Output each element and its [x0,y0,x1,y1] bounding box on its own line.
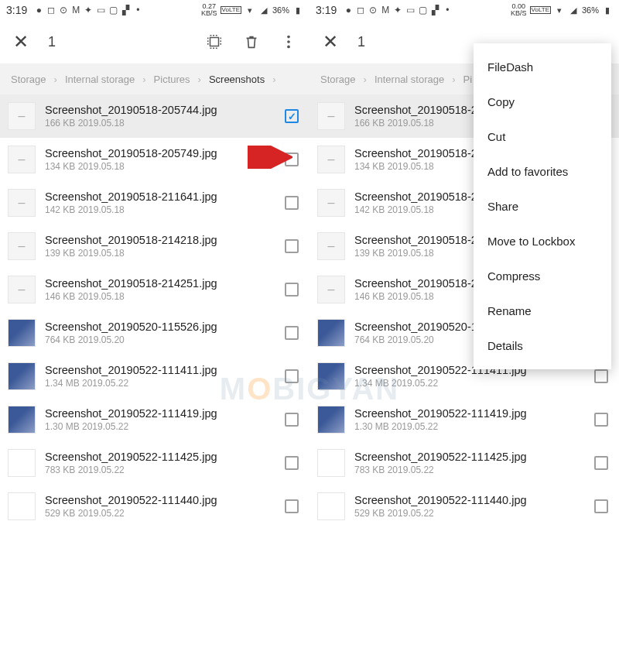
menu-item-copy[interactable]: Copy [474,84,611,119]
file-row[interactable]: –Screenshot_20190518-205744.jpg166 KB 20… [0,94,310,138]
file-row[interactable]: Screenshot_20190522-111440.jpg529 KB 201… [0,485,310,528]
file-meta: 1.34 MB 2019.05.22 [354,378,585,389]
file-checkbox[interactable] [285,499,299,513]
file-checkbox[interactable] [285,196,299,210]
file-list-left[interactable]: –Screenshot_20190518-205744.jpg166 KB 20… [0,94,310,672]
menu-item-details[interactable]: Details [474,328,611,363]
menu-item-rename[interactable]: Rename [474,293,611,328]
menu-item-add-to-favorites[interactable]: Add to favorites [474,154,611,189]
file-row[interactable]: Screenshot_20190522-111419.jpg1.30 MB 20… [0,398,310,441]
chevron-icon: › [452,74,455,85]
file-meta: 1.30 MB 2019.05.22 [354,421,585,432]
file-checkbox[interactable] [285,413,299,427]
spotify-icon: ● [33,5,44,15]
wifi-icon: ▾ [554,5,565,15]
crumb-screenshots[interactable]: Screenshots [209,74,265,85]
file-info: Screenshot_20190518-214251.jpg146 KB 201… [45,277,275,302]
close-button[interactable]: ✕ [320,32,340,52]
file-info: Screenshot_20190518-214218.jpg139 KB 201… [45,234,275,259]
svg-point-2 [287,40,290,43]
instagram-icon: ◻ [355,5,366,15]
menu-item-compress[interactable]: Compress [474,259,611,293]
svg-point-1 [287,36,290,39]
file-name: Screenshot_20190518-211641.jpg [45,190,275,203]
file-meta: 529 KB 2019.05.22 [45,508,275,519]
file-checkbox[interactable] [594,413,608,427]
crumb-storage[interactable]: Storage [320,74,356,85]
file-checkbox[interactable] [594,369,608,383]
file-row[interactable]: Screenshot_20190520-115526.jpg764 KB 201… [0,311,310,355]
chevron-icon: › [142,74,145,85]
chevron-icon: › [54,74,57,85]
file-row[interactable]: –Screenshot_20190518-214251.jpg146 KB 20… [0,268,310,311]
selection-count: 1 [357,34,365,50]
file-checkbox[interactable] [594,499,608,513]
signal-icon: ◢ [568,5,579,15]
breadcrumb: Storage › Internal storage › Pictures › … [0,63,310,94]
crumb-pictures[interactable]: Pi [463,74,473,85]
crumb-storage[interactable]: Storage [11,74,46,85]
file-checkbox[interactable] [285,456,299,470]
file-row[interactable]: Screenshot_20190522-111425.jpg783 KB 201… [310,441,619,485]
file-info: Screenshot_20190520-115526.jpg764 KB 201… [45,321,275,345]
file-name: Screenshot_20190522-111440.jpg [45,494,275,506]
file-row[interactable]: –Screenshot_20190518-211641.jpg142 KB 20… [0,181,310,225]
file-name: Screenshot_20190520-115526.jpg [45,321,275,333]
file-thumbnail [8,449,36,477]
file-thumbnail: – [317,276,345,303]
file-row[interactable]: Screenshot_20190522-111425.jpg783 KB 201… [0,441,310,485]
crumb-internal[interactable]: Internal storage [65,74,135,85]
menu-item-share[interactable]: Share [474,189,611,224]
file-info: Screenshot_20190518-205749.jpg134 KB 201… [45,147,275,172]
file-thumbnail [8,406,36,434]
file-name: Screenshot_20190518-205749.jpg [45,147,275,159]
file-meta: 146 KB 2019.05.18 [45,291,275,302]
crumb-pictures[interactable]: Pictures [154,74,190,85]
file-thumbnail: – [8,146,36,173]
file-checkbox[interactable] [594,456,608,470]
selection-count: 1 [48,34,56,50]
spotify-icon: ● [343,5,354,15]
video-icon: ▭ [405,5,416,15]
file-checkbox[interactable] [285,239,299,253]
annotation-arrow-checkbox [248,146,292,169]
menu-item-cut[interactable]: Cut [474,119,611,154]
file-info: Screenshot_20190522-111425.jpg783 KB 201… [354,451,585,475]
file-thumbnail [8,492,36,520]
svg-rect-0 [210,38,219,46]
image2-icon: ▞ [120,5,131,15]
file-meta: 783 KB 2019.05.22 [354,465,585,475]
crumb-internal[interactable]: Internal storage [374,74,444,85]
delete-button[interactable] [241,32,262,52]
file-row[interactable]: –Screenshot_20190518-214218.jpg139 KB 20… [0,225,310,268]
file-thumbnail [317,362,345,390]
overflow-menu-button[interactable] [279,32,299,52]
file-info: Screenshot_20190522-111419.jpg1.30 MB 20… [45,407,275,432]
file-meta: 134 KB 2019.05.18 [45,161,275,172]
file-thumbnail [317,319,345,347]
file-meta: 1.30 MB 2019.05.22 [45,421,275,432]
close-button[interactable]: ✕ [11,32,31,52]
menu-item-move-to-lockbox[interactable]: Move to Lockbox [474,224,611,259]
right-pane: 3:19 ● ◻ ⊙ M ✦ ▭ ▢ ▞ • 0.00KB/S VoLTE ▾ … [310,0,619,672]
file-row[interactable]: Screenshot_20190522-111419.jpg1.30 MB 20… [310,398,619,441]
file-thumbnail [8,362,36,390]
file-row[interactable]: Screenshot_20190522-111440.jpg529 KB 201… [310,485,619,528]
file-thumbnail: – [317,189,345,217]
signal-icon: ◢ [258,5,269,15]
file-checkbox[interactable] [285,369,299,383]
file-info: Screenshot_20190522-111411.jpg1.34 MB 20… [45,364,275,389]
file-row[interactable]: Screenshot_20190522-111411.jpg1.34 MB 20… [0,355,310,398]
video-icon: ▭ [95,5,106,15]
key-icon: ⊙ [368,5,378,15]
selection-toolbar: ✕ 1 [0,20,310,63]
file-checkbox[interactable] [285,109,299,123]
file-checkbox[interactable] [285,283,299,297]
battery-icon: ▮ [292,5,303,15]
network-speed: 0.00KB/S [511,3,527,17]
file-checkbox[interactable] [285,326,299,340]
menu-item-filedash[interactable]: FileDash [474,50,611,84]
battery-percent: 36% [272,5,289,15]
gmail-icon: M [70,5,81,15]
select-all-button[interactable] [204,32,224,52]
